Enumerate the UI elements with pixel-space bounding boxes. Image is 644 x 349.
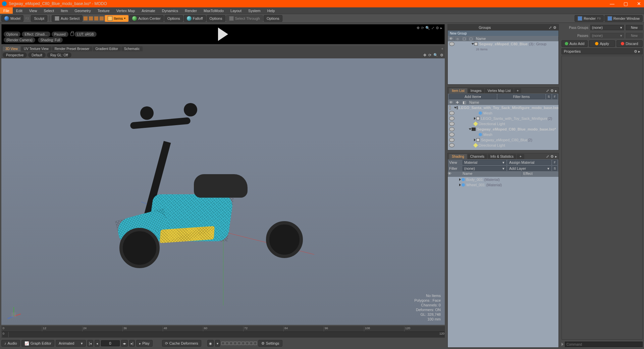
tool-icon-9[interactable]	[254, 342, 257, 345]
skip-start-button[interactable]: |◂	[87, 340, 93, 347]
command-input[interactable]	[565, 342, 643, 347]
item-row[interactable]: Mesh	[448, 132, 558, 137]
properties-bar[interactable]: Properties⚙ ▸	[561, 48, 643, 54]
material-mode-icon[interactable]	[99, 16, 104, 21]
select-through-button[interactable]: Select Through	[226, 15, 263, 22]
passes-dropdown[interactable]: (none)▾	[590, 33, 624, 38]
edge-mode-icon[interactable]	[89, 16, 93, 21]
solo-col[interactable]: ☼	[454, 37, 461, 41]
filter-f[interactable]: F	[552, 94, 557, 99]
apply-button[interactable]: Apply	[589, 40, 615, 47]
close-button[interactable]: ✕	[636, 1, 642, 6]
tool-icon-5[interactable]	[237, 342, 241, 345]
tab-render-preset-browser[interactable]: Render Preset Browser	[52, 46, 92, 51]
gear6-icon[interactable]: ⚙	[550, 154, 554, 159]
shtab-0[interactable]: Shading	[449, 154, 467, 159]
addlayer-dropdown[interactable]: Add Layer▾	[507, 166, 551, 171]
eye-icon[interactable]	[449, 143, 454, 147]
menu-select[interactable]: Select	[40, 7, 57, 14]
assign-f[interactable]: F	[552, 160, 557, 165]
preview-lut[interactable]: LUT: sRGB	[74, 32, 97, 37]
group-row[interactable]: Segway_eMoped_C80_Blue (3) : Group	[448, 41, 558, 47]
options3-button[interactable]: Options	[264, 15, 282, 22]
minimize-button[interactable]: —	[609, 1, 615, 6]
zoom2-icon[interactable]: 🔍	[433, 53, 438, 57]
tool-icon-6[interactable]	[241, 342, 245, 345]
items-button[interactable]: Items▾	[105, 15, 128, 22]
menu-texture[interactable]: Texture	[94, 7, 113, 14]
iltab-add[interactable]: +	[514, 88, 522, 93]
cache-deformers-button[interactable]: ⟳Cache Deformers	[162, 340, 201, 347]
more-icon[interactable]: ▸	[440, 26, 442, 30]
frame-field[interactable]	[101, 340, 120, 346]
material-row[interactable]: Body_001(Material)	[448, 177, 558, 182]
preview-paused[interactable]: Paused	[52, 32, 68, 37]
item-row[interactable]: LEGO_Santa_with_Toy_Sack_Minifigure_modo…	[448, 105, 558, 110]
eye-icon[interactable]	[449, 122, 454, 126]
falloff-button[interactable]: Falloff	[184, 15, 206, 22]
expand-tri-icon[interactable]	[459, 178, 461, 181]
shtab-1[interactable]: Channels	[468, 154, 487, 159]
menu-view[interactable]: View	[26, 7, 41, 14]
render-window-button[interactable]: Render Window	[604, 15, 643, 22]
iltab-0[interactable]: Item List	[449, 88, 467, 93]
item-row[interactable]: Directional Light	[448, 121, 558, 127]
layer-s[interactable]: S	[552, 166, 557, 171]
menu-animate[interactable]: Animate	[138, 7, 158, 14]
tab-schematic[interactable]: Schematic	[121, 46, 143, 51]
discard-button[interactable]: Discard	[616, 40, 643, 47]
vertex-mode-icon[interactable]	[83, 16, 88, 21]
poly-mode-icon[interactable]	[94, 16, 99, 21]
item-row[interactable]: Segway_eMoped_C80_Blue_modo_base.lxo*	[448, 127, 558, 132]
maximize-button[interactable]: ▢	[623, 1, 629, 6]
viewport-3d[interactable]: No Items Polygons : Face Channels: 0 Def…	[1, 58, 445, 325]
menu-file[interactable]: File	[0, 7, 13, 14]
timeline[interactable]: 01224364860728496108120 0120	[1, 326, 445, 338]
sculpt-button[interactable]: Sculpt	[31, 15, 47, 22]
menu-maxtomodo[interactable]: MaxToModo	[200, 7, 227, 14]
tab-gradient-editor[interactable]: Gradient Editor	[93, 46, 121, 51]
eye-icon[interactable]	[449, 111, 454, 115]
tab-uv-texture-view[interactable]: UV Texture View	[21, 46, 51, 51]
tool-icon-2[interactable]	[225, 342, 229, 345]
eye-icon[interactable]	[449, 106, 451, 110]
tool-icon-7[interactable]	[246, 342, 249, 345]
passgroups-dropdown[interactable]: (none)▾	[590, 25, 624, 30]
tool-icon-1[interactable]	[221, 342, 225, 345]
vp-default[interactable]: Default	[28, 52, 46, 58]
item-row[interactable]: Mesh	[448, 110, 558, 116]
iltab-2[interactable]: Vertex Map List	[485, 88, 514, 93]
new-group-button[interactable]: New Group	[448, 31, 558, 36]
play-icon[interactable]	[218, 28, 228, 41]
expand-tri-icon[interactable]	[469, 129, 472, 130]
options2-button[interactable]: Options	[207, 15, 225, 22]
gear5-icon[interactable]: ⚙	[550, 89, 554, 93]
orbit-icon[interactable]: ⟳	[428, 53, 431, 57]
view-dropdown[interactable]: Material▾	[463, 160, 506, 165]
sh-eye[interactable]: 👁	[448, 171, 461, 177]
expand-tri-icon[interactable]	[454, 107, 457, 109]
preview-shading[interactable]: Shading: Full	[38, 37, 63, 43]
material-row[interactable]: Wheel_001(Material)	[448, 182, 558, 188]
group-sub-row[interactable]: 26 Items	[448, 47, 558, 52]
key-all-button[interactable]: ◉	[207, 340, 214, 347]
menu-layout[interactable]: Layout	[227, 7, 245, 14]
il-color[interactable]: ◧	[461, 100, 468, 105]
options1-button[interactable]: Options	[164, 15, 183, 22]
expand3-icon[interactable]: ⤢	[546, 89, 549, 93]
filter-dropdown[interactable]: (none)▾	[463, 166, 506, 171]
item-row[interactable]: Segway_eMoped_C80_Blue (2)	[448, 137, 558, 143]
settings-button[interactable]: ⚙Settings	[258, 340, 282, 347]
menu-item[interactable]: Item	[57, 7, 71, 14]
pan-icon[interactable]: ✥	[423, 53, 426, 57]
tab-3d-view[interactable]: 3D View	[3, 46, 20, 51]
eye-icon[interactable]	[449, 42, 454, 46]
zoom-icon[interactable]: 🔍	[425, 26, 430, 30]
graph-editor-button[interactable]: 📈Graph Editor	[21, 340, 54, 347]
passgroups-new-button[interactable]: New	[626, 25, 643, 30]
lock2-col[interactable]: ▢	[468, 37, 475, 41]
shtab-add[interactable]: +	[517, 154, 524, 159]
filter-s[interactable]: S	[546, 94, 551, 99]
next-key-button[interactable]: ▸|	[129, 340, 135, 347]
menu-dynamics[interactable]: Dynamics	[159, 7, 181, 14]
